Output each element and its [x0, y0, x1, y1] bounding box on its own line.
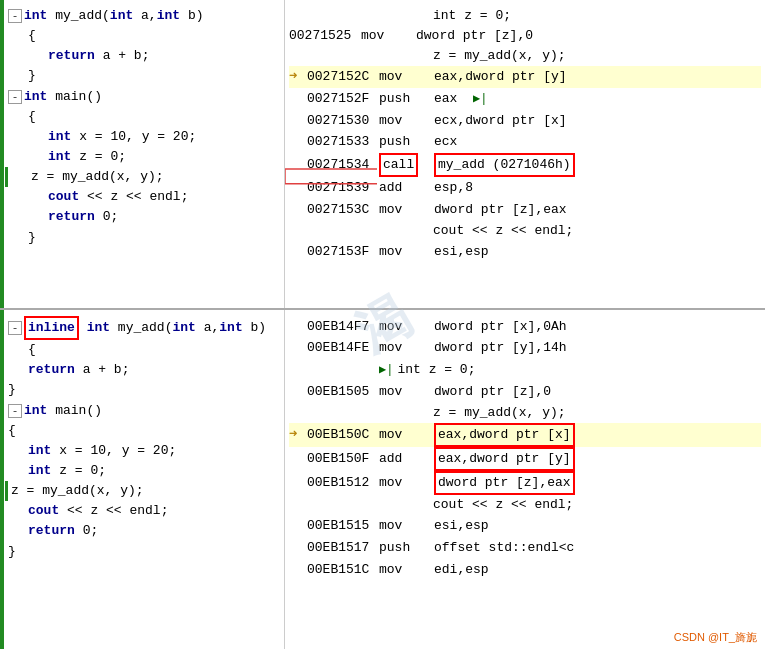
asm-line-t9: ➜ 0027153C mov dword ptr [z],eax — [289, 199, 761, 221]
addr-t8: 00271539 — [307, 178, 379, 198]
asm-line-t11: ➜ 0027153F mov esi,esp — [289, 241, 761, 263]
b-kw-return: return — [28, 360, 75, 380]
spacer-b10: ➜ — [289, 537, 307, 559]
b-main-func: main() — [55, 401, 102, 421]
op-b11: mov — [379, 560, 434, 580]
operand-b5: eax,dword ptr [x] — [434, 423, 761, 447]
b-code-line-2: { — [8, 340, 280, 360]
operand-b0: dword ptr [x],0Ah — [434, 317, 761, 337]
param-b: b) — [188, 6, 204, 26]
asm-line-t1: 00271525 mov dword ptr [z],0 — [289, 26, 761, 46]
addr-b11: 00EB151C — [307, 560, 379, 580]
b-param-a: a, — [204, 318, 220, 338]
b-code-line-8: int z = 0; — [28, 461, 280, 481]
asm-line-b11: ➜ 00EB151C mov edi,esp — [289, 559, 761, 581]
code-line-7: int x = 10, y = 20; — [28, 127, 280, 147]
b-code-line-9: z = my_add(x, y); — [5, 481, 280, 501]
b-collapse-btn-2[interactable]: - — [8, 404, 22, 418]
spacer-b1: ➜ — [289, 338, 307, 360]
kw-int-3: int — [157, 6, 180, 26]
call-expr: z = my_add(x, y); — [31, 167, 164, 187]
b-call-expr: z = my_add(x, y); — [11, 481, 144, 501]
addr-t7: 00271534 — [307, 155, 379, 175]
b-var-z: z = 0; — [59, 461, 106, 481]
code-line-1: - int my_add(int a, int b) — [8, 6, 280, 26]
top-asm-panel: int z = 0; 00271525 mov dword ptr [z],0 … — [285, 0, 765, 308]
redbox-call-target: my_add (0271046h) — [434, 153, 575, 177]
brace-open-1: { — [28, 26, 36, 46]
collapse-btn-1[interactable]: - — [8, 9, 22, 23]
b-code-line-4: } — [8, 380, 280, 400]
addr-b7: 00EB1512 — [307, 473, 379, 493]
b-code-line-11: return 0; — [28, 521, 280, 541]
op-b3: mov — [379, 382, 434, 402]
main-func: main() — [55, 87, 102, 107]
green-tri-b2: ▶| — [379, 361, 393, 380]
op-t11: mov — [379, 242, 434, 262]
var-x: x = 10, y = 20; — [79, 127, 196, 147]
b-cout-expr: << z << endl; — [67, 501, 168, 521]
code-line-8: int z = 0; — [28, 147, 280, 167]
func-name-1: my_add( — [55, 6, 110, 26]
asm-line-b5: ➜ 00EB150C mov eax,dword ptr [x] — [289, 423, 761, 447]
kw-int-main: int — [24, 87, 47, 107]
bottom-section: - inline int my_add(int a, int b) { retu… — [0, 310, 765, 649]
b-kw-int-2: int — [172, 318, 195, 338]
code-comment-t0: int z = 0; — [433, 6, 511, 26]
code-line-3: return a + b; — [28, 46, 280, 66]
addr-b3: 00EB1505 — [307, 382, 379, 402]
kw-return-2: return — [48, 207, 95, 227]
addr-t6: 00271533 — [307, 132, 379, 152]
bottom-asm-panel: ➜ 00EB14F7 mov dword ptr [x],0Ah ➜ 00EB1… — [285, 310, 765, 649]
asm-line-t10: cout << z << endl; — [289, 221, 761, 241]
spacer-t4: ➜ — [289, 88, 307, 110]
operand-t9: dword ptr [z],eax — [434, 200, 761, 220]
op-t6: push — [379, 132, 434, 152]
spacer-b9: ➜ — [289, 515, 307, 537]
code-line-6: { — [8, 107, 280, 127]
operand-b7: dword ptr [z],eax — [434, 471, 761, 495]
asm-line-t4: ➜ 0027152F push eax ▶| — [289, 88, 761, 110]
operand-b6: eax,dword ptr [y] — [434, 447, 761, 471]
operand-b1: dword ptr [y],14h — [434, 338, 761, 358]
arrow-b5: ➜ — [289, 424, 307, 446]
asm-line-b3: ➜ 00EB1505 mov dword ptr [z],0 — [289, 381, 761, 403]
asm-line-t2: z = my_add(x, y); — [289, 46, 761, 66]
kw-int-z: int — [48, 147, 71, 167]
asm-line-t0: int z = 0; — [289, 6, 761, 26]
redbox-b6: eax,dword ptr [y] — [434, 447, 575, 471]
spacer-b7: ➜ — [289, 472, 307, 494]
b-kw-int-z: int — [28, 461, 51, 481]
top-code-panel: - int my_add(int a, int b) { return a + … — [4, 0, 285, 308]
bottom-left-wrapper: - inline int my_add(int a, int b) { retu… — [0, 310, 285, 649]
redbox-b7: dword ptr [z],eax — [434, 471, 575, 495]
b-func-name: my_add( — [118, 318, 173, 338]
collapse-btn-2[interactable]: - — [8, 90, 22, 104]
addr-t5: 00271530 — [307, 111, 379, 131]
code-comment-b4: z = my_add(x, y); — [433, 403, 566, 423]
addr-b10: 00EB1517 — [307, 538, 379, 558]
addr-t4: 0027152F — [307, 89, 379, 109]
op-t4: push — [379, 89, 434, 109]
addr-b0: 00EB14F7 — [307, 317, 379, 337]
kw-int-1: int — [24, 6, 47, 26]
spacer-b6: ➜ — [289, 448, 307, 470]
spacer-b3: ➜ — [289, 381, 307, 403]
operand-b9: esi,esp — [434, 516, 761, 536]
b-code-line-6: { — [8, 421, 280, 441]
b-var-x: x = 10, y = 20; — [59, 441, 176, 461]
op-b5: mov — [379, 425, 434, 445]
spacer-b2: ➜ — [289, 359, 307, 381]
operand-b11: edi,esp — [434, 560, 761, 580]
b-param-b: b) — [251, 318, 267, 338]
b-brace-close-2: } — [8, 542, 16, 562]
kw-return-1: return — [48, 46, 95, 66]
b-kw-return-2: return — [28, 521, 75, 541]
operand-t11: esi,esp — [434, 242, 761, 262]
b-code-line-1: - inline int my_add(int a, int b) — [8, 316, 280, 340]
op-t1: mov — [361, 26, 416, 46]
kw-int-2: int — [110, 6, 133, 26]
b-collapse-btn-1[interactable]: - — [8, 321, 22, 335]
asm-line-t6: ➜ 00271533 push ecx — [289, 131, 761, 153]
spacer-t6: ➜ — [289, 131, 307, 153]
